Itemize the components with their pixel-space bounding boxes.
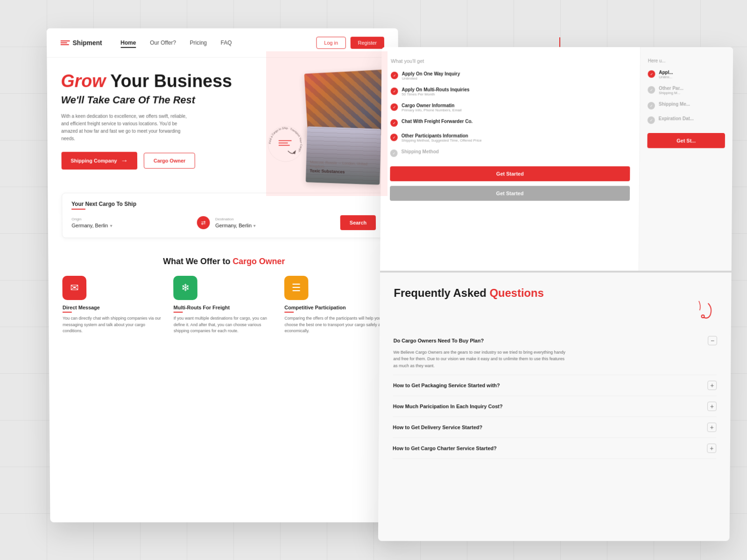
plan2-feature-check-1 [648,70,655,78]
hero-section: Grow Your Business We'll Take Care Of Th… [47,58,399,193]
feature-check-3 [390,104,398,111]
offer-title: What We Offer to Cargo Owner [62,257,386,266]
arrow-icon: → [121,156,128,165]
offer-item-desc-2: If you want multiple destinations for ca… [174,315,275,334]
circular-badge: Find a Cargo to Ship · Transport Your Ca… [265,123,307,165]
faq-item-2: How to Get Packaging Service Started wit… [393,375,717,396]
offer-item-title-2: Multi-Routs For Freight [174,305,275,313]
offer-title-highlight: Cargo Owner [233,257,285,266]
faq-toggle-5[interactable]: + [707,444,716,453]
offer-section: What We Offer to Cargo Owner ✉ Direct Me… [48,247,400,343]
plan-feature-6: Shipping Method [390,149,630,157]
here-label: Here u... [648,58,726,63]
plan-feature-3: Cargo Owner Informatin Primary Info, Pho… [390,103,630,112]
offer-item-3: ☰ Competitive Participation Comparing th… [284,276,387,334]
feature-text-6: Shipping Method [401,149,438,154]
feature-check-1 [391,72,398,79]
plan2-feature-check-4 [648,117,655,124]
plan2-feature-check-3 [648,102,655,110]
faq-q-text-5: How to Get Cargo Charter Service Started… [393,446,497,451]
nav-pricing[interactable]: Pricing [190,40,207,46]
search-fields: Origin Germany, Berlin ▾ ⇄ Destination G… [71,215,376,230]
hero-title-highlight: Grow [61,71,106,91]
register-button[interactable]: Register [351,37,384,49]
faq-title-text: Frequently Asked [394,287,486,299]
faq-toggle-4[interactable]: + [707,423,717,432]
faq-toggle-2[interactable]: + [707,381,717,390]
nav-offer[interactable]: Our Offer? [150,40,176,46]
plan2-feature-2: Other Par... Shipping M... [648,86,726,95]
swap-button[interactable]: ⇄ [197,216,210,229]
faq-question-3: How Much Paricipation In Each Inquiry Co… [393,402,717,411]
search-title: Your Next Cargo To Ship [71,201,376,210]
plan2-get-started-button[interactable]: Get St... [647,133,725,148]
plan2-feature-4: Expiration Dat... [648,116,725,124]
nav-links: Home Our Offer? Pricing FAQ [120,40,316,46]
feature-text-1: Apply On One Way Inquiry Unlimited [402,71,460,81]
offer-title-text: What We Offer to [163,257,230,266]
hero-subtitle: We'll Take Care Of The Rest [61,94,265,106]
search-section: Your Next Cargo To Ship Origin Germany, … [62,193,386,238]
shipping-company-button[interactable]: Shipping Company → [61,152,137,169]
circular-badge-svg: Find a Cargo to Ship · Transport Your Ca… [265,123,307,165]
faq-item-3: How Much Paricipation In Each Inquiry Co… [393,396,717,417]
get-started-button-gray[interactable]: Get Started [390,186,630,201]
hero-title: Grow Your Business [61,72,264,91]
offer-icon-2: ❄ [173,276,197,300]
feature-text-2: Apply On Multi-Routs Inquiries 50 Times … [402,87,469,97]
cargo-owner-button[interactable]: Cargo Owner [144,153,195,168]
feature-text-5: Other Participants Information Shipping … [402,133,482,142]
offer-item-title-3: Competitive Participation [284,305,386,313]
faq-question-2: How to Get Packaging Service Started wit… [393,381,717,390]
origin-field: Origin Germany, Berlin ▾ [71,217,191,228]
nav-home[interactable]: Home [120,40,136,46]
destination-value[interactable]: Germany, Berlin ▾ [215,223,335,228]
hero-images: Find a Cargo to Ship · Transport Your Ca… [274,72,385,184]
plan2-feature-text-4: Expiration Dat... [659,116,694,121]
faq-question-1: Do Cargo Owners Need To Buy Plan? − [394,336,717,345]
offer-item-desc-3: Comparing the offers of the participants… [284,315,386,334]
logo: Shipment [61,39,102,47]
left-page-panel: Shipment Home Our Offer? Pricing FAQ Log… [47,28,402,523]
offer-item-title-1: Direct Message [63,305,164,313]
login-button[interactable]: Log in [316,37,346,49]
plan2-features-list: Appl... Unlimi... Other Par... Shipping … [648,70,726,124]
navbar: Shipment Home Our Offer? Pricing FAQ Log… [47,28,398,58]
hero-buttons: Shipping Company → Cargo Owner [61,152,265,169]
offer-item-desc-1: You can directly chat with shipping comp… [63,315,164,334]
get-started-button[interactable]: Get Started [390,166,630,181]
faq-title-highlight: Questions [489,287,543,299]
plan-feature-4: Chat With Freight Forwarder Co. [390,119,630,127]
faq-item-1: Do Cargo Owners Need To Buy Plan? − We B… [393,330,717,375]
faq-question-4: How to Get Delivery Service Started? + [393,423,716,432]
panel-divider [380,271,732,273]
offer-icon-3: ☰ [284,276,309,300]
faq-decoration [394,299,718,324]
faq-curl-svg [680,299,718,322]
plan-feature-2: Apply On Multi-Routs Inquiries 50 Times … [391,87,631,97]
offer-item-2: ❄ Multi-Routs For Freight If you want mu… [173,276,275,334]
plan2-feature-1: Appl... Unlimi... [648,70,726,79]
hero-description: With a keen dedication to excellence, we… [61,112,191,142]
destination-chevron: ▾ [254,223,256,228]
plan-feature-5: Other Participants Information Shipping … [390,133,630,142]
faq-item-5: How to Get Cargo Charter Service Started… [393,438,717,459]
feature-check-2 [391,88,398,95]
plan-column-1: What you'll get Apply On One Way Inquiry… [380,47,641,271]
faq-question-5: How to Get Cargo Charter Service Started… [393,444,716,453]
plan2-feature-text-2: Other Par... Shipping M... [659,86,684,95]
faq-toggle-1[interactable]: − [708,336,717,345]
feature-text-3: Cargo Owner Informatin Primary Info, Pho… [402,103,462,112]
plan2-feature-3: Shipping Me... [648,102,725,110]
origin-value[interactable]: Germany, Berlin ▾ [71,223,191,228]
plan-feature-1: Apply On One Way Inquiry Unlimited [391,71,631,81]
faq-title: Frequently Asked Questions [394,287,717,300]
hero-image-2: Moscow, Russia → London, United Kingdom … [306,126,381,185]
nav-actions: Log in Register [316,37,384,49]
faq-toggle-3[interactable]: + [707,402,717,411]
nav-faq[interactable]: FAQ [221,40,232,46]
plan-column-2: Here u... Appl... Unlimi... Other Par...… [639,47,733,271]
search-button[interactable]: Search [340,215,376,230]
plan-header: What you'll get [391,58,631,64]
origin-label: Origin [71,217,191,221]
